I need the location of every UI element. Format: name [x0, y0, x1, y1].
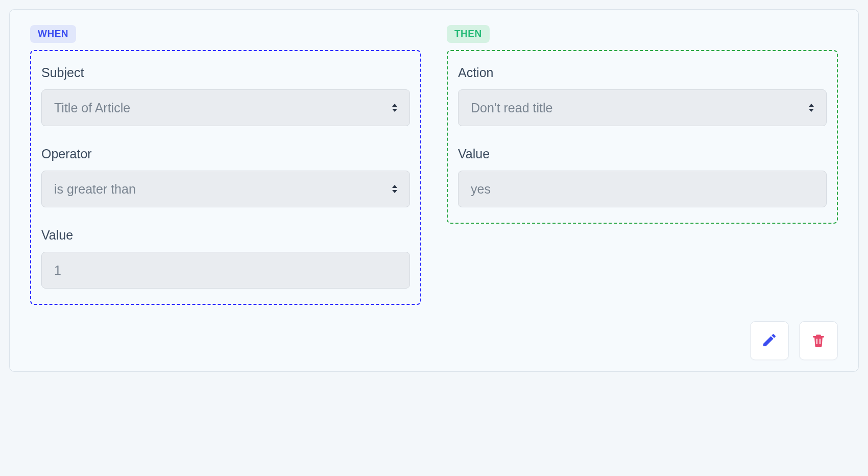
- then-value-input-wrap: [458, 171, 827, 207]
- subject-field-group: Subject Title of Article: [41, 65, 410, 126]
- when-value-label: Value: [41, 228, 410, 243]
- when-value-input-wrap: [41, 252, 410, 289]
- when-badge: WHEN: [30, 25, 76, 43]
- action-select[interactable]: Don't read title: [458, 89, 827, 126]
- rule-columns: WHEN Subject Title of Article Operator: [30, 25, 838, 305]
- when-value-input[interactable]: [41, 252, 410, 289]
- when-box: Subject Title of Article Operator: [30, 50, 421, 305]
- operator-field-group: Operator is greater than: [41, 147, 410, 207]
- action-label: Action: [458, 65, 827, 80]
- then-box: Action Don't read title Value: [447, 50, 838, 224]
- action-field-group: Action Don't read title: [458, 65, 827, 126]
- then-badge: THEN: [447, 25, 490, 43]
- then-value-label: Value: [458, 147, 827, 161]
- subject-select[interactable]: Title of Article: [41, 89, 410, 126]
- action-select-wrap: Don't read title: [458, 89, 827, 126]
- subject-label: Subject: [41, 65, 410, 80]
- operator-label: Operator: [41, 147, 410, 161]
- delete-button[interactable]: [799, 321, 838, 360]
- when-value-field-group: Value: [41, 228, 410, 289]
- pencil-icon: [761, 332, 778, 350]
- subject-select-wrap: Title of Article: [41, 89, 410, 126]
- then-column: THEN Action Don't read title Value: [447, 25, 838, 224]
- trash-icon: [810, 332, 827, 350]
- edit-button[interactable]: [750, 321, 789, 360]
- operator-select-wrap: is greater than: [41, 171, 410, 207]
- operator-select[interactable]: is greater than: [41, 171, 410, 207]
- rule-actions: [30, 321, 838, 360]
- then-value-input[interactable]: [458, 171, 827, 207]
- then-value-field-group: Value: [458, 147, 827, 207]
- when-column: WHEN Subject Title of Article Operator: [30, 25, 421, 305]
- rule-card: WHEN Subject Title of Article Operator: [9, 9, 859, 372]
